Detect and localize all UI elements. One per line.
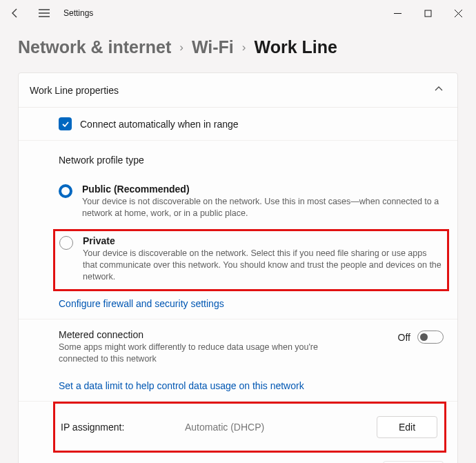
profile-type-section: Network profile type Public (Recommended… xyxy=(19,141,457,319)
breadcrumb-current: Work Line xyxy=(254,37,337,57)
ip-assignment-value: Automatic (DHCP) xyxy=(185,422,377,433)
radio-private-desc: Your device is discoverable on the netwo… xyxy=(83,248,442,283)
radio-private-title: Private xyxy=(83,235,442,246)
radio-public-desc: Your device is not discoverable on the n… xyxy=(82,196,441,219)
firewall-link[interactable]: Configure firewall and security settings xyxy=(59,298,444,309)
highlight-private: Private Your device is discoverable on t… xyxy=(53,229,449,292)
maximize-button[interactable] xyxy=(413,2,443,24)
metered-desc: Some apps might work differently to redu… xyxy=(59,342,335,365)
metered-toggle[interactable] xyxy=(417,331,444,344)
chevron-right-icon: › xyxy=(242,41,246,55)
chevron-up-icon xyxy=(434,84,444,96)
breadcrumb-wifi[interactable]: Wi-Fi xyxy=(192,37,234,57)
radio-public[interactable] xyxy=(59,184,72,198)
ip-assignment-label: IP assignment: xyxy=(61,422,185,433)
profile-type-label: Network profile type xyxy=(59,155,444,166)
auto-connect-checkbox[interactable] xyxy=(59,117,72,130)
data-limit-link[interactable]: Set a data limit to help control data us… xyxy=(59,380,444,391)
minimize-button[interactable] xyxy=(382,2,413,24)
metered-title: Metered connection xyxy=(59,329,335,340)
back-button[interactable] xyxy=(3,2,28,24)
panel-header[interactable]: Work Line properties xyxy=(19,73,457,108)
titlebar-label: Settings xyxy=(63,8,93,18)
panel-title: Work Line properties xyxy=(30,85,119,96)
properties-panel: Work Line properties Connect automatical… xyxy=(18,72,458,463)
metered-section: Metered connection Some apps might work … xyxy=(19,319,457,402)
close-button[interactable] xyxy=(443,2,473,24)
titlebar: Settings xyxy=(0,0,476,26)
menu-icon[interactable] xyxy=(32,2,57,24)
radio-public-title: Public (Recommended) xyxy=(82,184,441,195)
ip-assignment-edit-button[interactable]: Edit xyxy=(377,416,437,438)
highlight-ip-assignment: IP assignment: Automatic (DHCP) Edit xyxy=(53,402,446,453)
radio-private[interactable] xyxy=(59,236,73,250)
chevron-right-icon: › xyxy=(179,41,184,55)
metered-state-label: Off xyxy=(398,332,410,343)
svg-rect-0 xyxy=(425,10,431,17)
toggle-knob xyxy=(420,333,428,341)
auto-connect-label: Connect automatically when in range xyxy=(80,119,239,130)
auto-connect-row: Connect automatically when in range xyxy=(19,108,457,141)
dns-assignment-row: DNS server assignment: Automatic (DHCP) … xyxy=(19,457,457,463)
breadcrumb-network[interactable]: Network & internet xyxy=(18,37,171,57)
breadcrumb: Network & internet › Wi-Fi › Work Line xyxy=(18,37,458,57)
